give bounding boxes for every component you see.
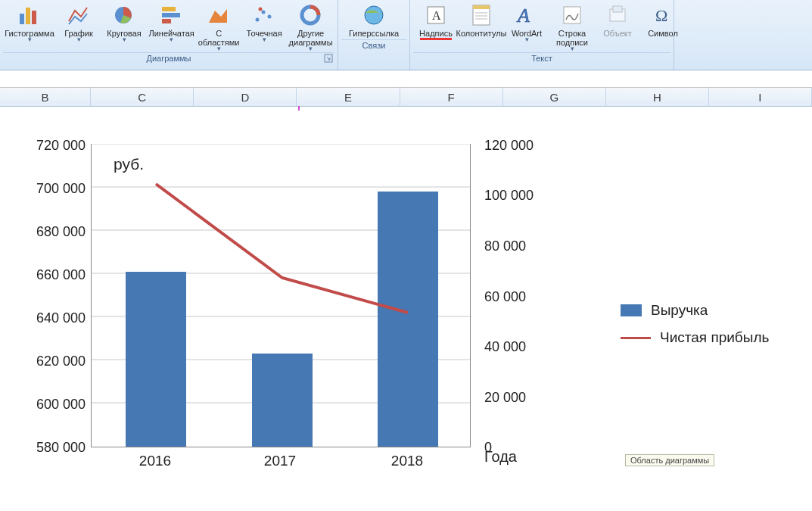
y-right-tick: 60 000	[484, 289, 552, 305]
pie-chart-icon	[112, 3, 136, 27]
legend-item-bar[interactable]: Выручка	[621, 302, 769, 319]
y-left-tick: 680 000	[17, 224, 86, 240]
svg-text:Ω: Ω	[655, 6, 667, 25]
svg-point-9	[262, 11, 266, 14]
btn-chart-scatter[interactable]: Точечная ▾	[241, 2, 287, 43]
col-header[interactable]: H	[606, 88, 709, 106]
btn-chart-bar[interactable]: Линейчатая ▾	[147, 2, 196, 43]
col-header[interactable]: E	[297, 88, 400, 106]
column-chart-icon	[17, 3, 42, 27]
y-left-tick: 700 000	[17, 181, 86, 197]
y-left-tick: 600 000	[17, 397, 86, 413]
globe-icon	[362, 3, 386, 27]
signature-icon	[560, 3, 584, 27]
btn-object[interactable]: Объект	[595, 2, 640, 39]
svg-point-11	[259, 8, 263, 11]
column-resize-marker	[298, 106, 300, 111]
svg-marker-7	[209, 9, 227, 23]
y-right-tick: 80 000	[484, 238, 552, 254]
group-title-links: Связи	[341, 39, 406, 51]
group-title-label: Диаграммы	[147, 54, 191, 63]
btn-wordart[interactable]: A WordArt ▾	[504, 2, 549, 43]
y-left-tick: 720 000	[17, 138, 86, 154]
col-header[interactable]: G	[503, 88, 606, 106]
svg-point-10	[268, 15, 272, 19]
btn-label: Гиперссылка	[349, 29, 399, 38]
svg-rect-19	[473, 5, 490, 9]
y-left-tick: 660 000	[17, 267, 86, 283]
btn-label: Символ	[648, 29, 678, 38]
dropdown-caret-icon: ▾	[28, 38, 32, 42]
group-title-text: Текст	[413, 52, 670, 64]
col-header[interactable]: D	[194, 88, 297, 106]
btn-headerfooter[interactable]: Колонтитулы	[459, 2, 504, 39]
btn-symbol[interactable]: Ω Символ	[640, 2, 686, 39]
y-right-tick: 120 000	[484, 138, 552, 154]
formula-bar[interactable]	[0, 70, 812, 88]
bar-chart-icon	[160, 3, 184, 27]
btn-textbox[interactable]: A Надпись	[413, 2, 459, 42]
dialog-launcher-icon[interactable]	[324, 54, 333, 63]
btn-signature-line[interactable]: Строка подписи ▾	[549, 2, 595, 52]
y-left-tick: 640 000	[17, 310, 86, 326]
dropdown-caret-icon: ▾	[123, 38, 126, 42]
line-chart-icon	[67, 3, 91, 27]
group-title-label: Связи	[362, 41, 386, 50]
btn-chart-area[interactable]: С областями ▾	[196, 2, 241, 52]
y-left-tick: 620 000	[17, 354, 86, 369]
active-underline	[420, 38, 452, 40]
other-charts-icon	[299, 3, 323, 27]
btn-chart-pie[interactable]: Круговая ▾	[101, 2, 147, 43]
x-tick: 2017	[250, 453, 310, 469]
btn-chart-line[interactable]: График ▾	[56, 2, 101, 43]
x-axis-title[interactable]: Года	[484, 448, 517, 466]
area-chart-icon	[207, 3, 231, 27]
legend-label: Чистая прибыль	[660, 329, 769, 346]
object-icon	[605, 3, 630, 27]
svg-rect-5	[162, 13, 180, 17]
plot-area[interactable]	[91, 144, 471, 447]
y-left-tick: 580 000	[17, 440, 86, 456]
svg-rect-4	[162, 7, 176, 11]
col-header[interactable]: C	[91, 88, 194, 106]
chart-area[interactable]: 720 000 700 000 680 000 660 000 640 000 …	[0, 121, 812, 507]
col-header[interactable]: B	[0, 88, 91, 106]
textbox-icon: A	[424, 3, 448, 27]
btn-chart-column[interactable]: Гистограмма ▾	[3, 2, 56, 43]
btn-hyperlink[interactable]: Гиперссылка	[341, 2, 406, 39]
column-headers: B C D E F G H I	[0, 88, 812, 107]
dropdown-caret-icon: ▾	[309, 47, 313, 51]
group-title-charts: Диаграммы	[3, 52, 334, 64]
col-header[interactable]: I	[709, 88, 812, 106]
x-tick: 2016	[125, 453, 185, 469]
y-right-tick: 100 000	[484, 188, 552, 204]
legend-swatch-line	[621, 337, 651, 339]
headerfooter-icon	[469, 3, 493, 27]
y-right-tick: 20 000	[484, 390, 552, 406]
svg-rect-2	[32, 11, 36, 24]
line-series[interactable]	[92, 144, 470, 447]
svg-rect-6	[162, 19, 171, 23]
ribbon: Гистограмма ▾ График ▾ Круговая ▾	[0, 0, 812, 70]
dropdown-caret-icon: ▾	[77, 38, 81, 42]
dropdown-caret-icon: ▾	[525, 38, 529, 42]
legend-label: Выручка	[651, 302, 708, 319]
btn-chart-other[interactable]: Другие диаграммы ▾	[287, 2, 334, 52]
wordart-icon: A	[515, 3, 539, 27]
legend-item-line[interactable]: Чистая прибыль	[621, 329, 769, 346]
svg-rect-26	[613, 6, 622, 12]
btn-label: Объект	[603, 29, 631, 38]
svg-rect-0	[20, 14, 24, 24]
legend-swatch-bar	[621, 304, 642, 316]
dropdown-caret-icon: ▾	[170, 38, 173, 42]
chart-tooltip: Область диаграммы	[625, 454, 714, 466]
btn-label: Колонтитулы	[456, 29, 507, 38]
svg-rect-1	[26, 8, 30, 24]
group-title-label: Текст	[531, 54, 552, 63]
chart-legend[interactable]: Выручка Чистая прибыль	[621, 291, 769, 357]
scatter-chart-icon	[252, 3, 276, 27]
svg-text:A: A	[516, 5, 530, 26]
col-header[interactable]: F	[400, 88, 503, 106]
dropdown-caret-icon: ▾	[571, 47, 574, 51]
ribbon-group-links: Гиперссылка Связи	[338, 0, 410, 70]
